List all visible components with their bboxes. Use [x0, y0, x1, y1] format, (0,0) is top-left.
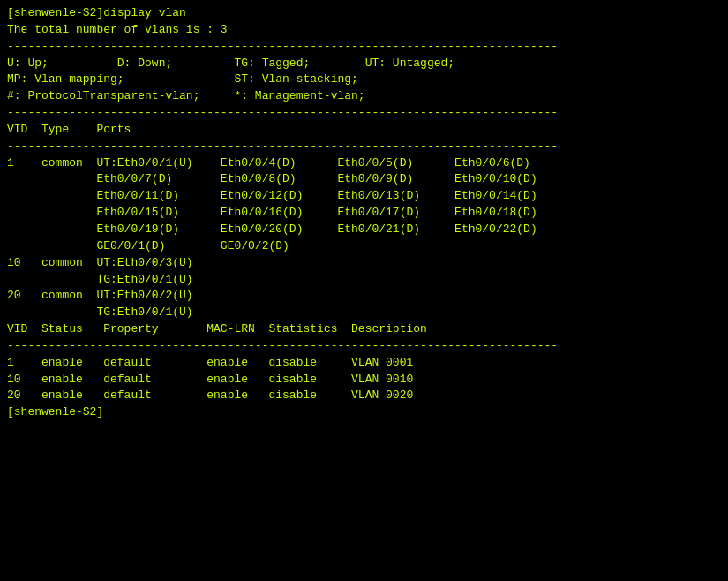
terminal-line-7: ----------------------------------------…: [7, 105, 721, 122]
terminal-line-2: ----------------------------------------…: [7, 39, 721, 56]
terminal-line-0: [shenwenle-S2]display vlan: [7, 5, 721, 22]
terminal-line-12: Eth0/0/7(D) Eth0/0/8(D) Eth0/0/9(D) Eth0…: [7, 171, 721, 188]
terminal-line-24: TG:Eth0/0/1(U): [7, 305, 721, 321]
terminal-line-15: Eth0/0/19(D) Eth0/0/20(D) Eth0/0/21(D) E…: [7, 222, 721, 238]
terminal-line-18: 10 common UT:Eth0/0/3(U): [7, 255, 721, 272]
terminal-line-4: U: Up; D: Down; TG: Tagged; UT: Untagged…: [7, 56, 721, 72]
terminal-window: [shenwenle-S2]display vlanThe total numb…: [7, 5, 721, 421]
terminal-line-9: VID Type Ports: [7, 122, 721, 139]
terminal-line-31: 10 enable default enable disable VLAN 00…: [7, 372, 721, 389]
terminal-line-27: VID Status Property MAC-LRN Statistics D…: [7, 321, 721, 338]
terminal-line-32: 20 enable default enable disable VLAN 00…: [7, 388, 721, 404]
terminal-line-11: 1 common UT:Eth0/0/1(U) Eth0/0/4(D) Eth0…: [7, 155, 721, 172]
terminal-line-20: TG:Eth0/0/1(U): [7, 272, 721, 289]
terminal-line-1: The total number of vlans is : 3: [7, 22, 721, 39]
terminal-line-14: Eth0/0/15(D) Eth0/0/16(D) Eth0/0/17(D) E…: [7, 205, 721, 222]
terminal-line-13: Eth0/0/11(D) Eth0/0/12(D) Eth0/0/13(D) E…: [7, 188, 721, 205]
terminal-line-33: [shenwenle-S2]: [7, 404, 721, 421]
terminal-line-6: #: ProtocolTransparent-vlan; *: Manageme…: [7, 88, 721, 105]
terminal-line-22: 20 common UT:Eth0/0/2(U): [7, 288, 721, 305]
terminal-line-5: MP: Vlan-mapping; ST: Vlan-stacking;: [7, 72, 721, 88]
terminal-line-28: ----------------------------------------…: [7, 338, 721, 355]
terminal-line-30: 1 enable default enable disable VLAN 000…: [7, 355, 721, 372]
terminal-line-10: ----------------------------------------…: [7, 139, 721, 155]
terminal-line-16: GE0/0/1(D) GE0/0/2(D): [7, 238, 721, 255]
